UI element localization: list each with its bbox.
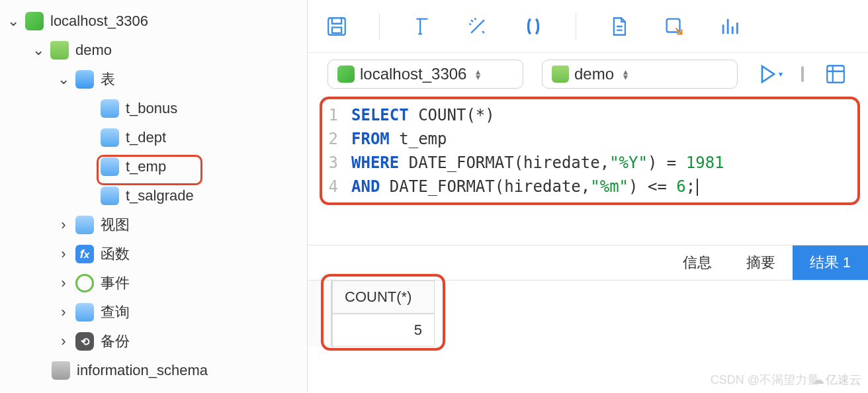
database-icon — [52, 361, 70, 380]
code-line: 4 AND DATE_FORMAT(hiredate,"%m") <= 6; — [322, 175, 851, 198]
line-number: 2 — [322, 130, 351, 148]
separator — [576, 13, 576, 40]
tree-events[interactable]: › 事件 — [0, 269, 307, 298]
tree-database[interactable]: ⌄ demo — [0, 36, 307, 65]
tree-table-item[interactable]: t_bonus — [0, 94, 307, 123]
watermark-ysy: ☁亿速云 — [812, 372, 861, 388]
tree-table-item[interactable]: t_dept — [0, 123, 307, 152]
run-button[interactable]: ▾ — [756, 61, 783, 87]
code-line: 2 FROM t_emp — [322, 127, 851, 151]
chevron-right-icon[interactable]: › — [57, 275, 70, 292]
table-label: t_dept — [126, 129, 166, 146]
watermark-csdn: CSDN @不渴望力量 — [711, 372, 819, 388]
code-line: 1 SELECT COUNT(*) — [322, 103, 851, 127]
selector-bar: localhost_3306 ▴▾ demo ▴▾ ▾ — [308, 53, 868, 95]
table-label: t_emp — [126, 158, 166, 175]
database-icon — [552, 66, 569, 83]
tree-functions[interactable]: › fx 函数 — [0, 240, 307, 269]
tab-result[interactable]: 结果 1 — [793, 245, 868, 280]
parrot-icon — [25, 12, 44, 30]
query-icon — [75, 303, 94, 322]
result-cell[interactable]: 5 — [331, 314, 435, 347]
explain-icon[interactable] — [822, 61, 849, 87]
chevron-right-icon[interactable]: › — [57, 216, 70, 234]
database-icon — [50, 41, 69, 60]
queries-label: 查询 — [101, 302, 130, 322]
tree-sysdb[interactable]: information_schema — [0, 356, 307, 385]
column-header[interactable]: COUNT(*) — [331, 281, 435, 314]
parens-icon[interactable] — [520, 13, 546, 40]
updown-icon: ▴▾ — [476, 69, 480, 79]
table-icon — [101, 99, 119, 118]
clock-icon — [75, 274, 94, 292]
export-icon[interactable] — [661, 13, 687, 40]
tree-queries[interactable]: › 查询 — [0, 298, 307, 327]
separator — [379, 13, 380, 40]
grid-gutter — [308, 281, 331, 347]
database-selector[interactable]: demo ▴▾ — [542, 60, 738, 89]
backup-label: 备份 — [101, 331, 130, 351]
database-value: demo — [574, 65, 614, 83]
view-icon — [75, 216, 94, 234]
stop-icon — [801, 66, 804, 82]
updown-icon: ▴▾ — [623, 69, 628, 79]
table-icon — [101, 157, 119, 176]
parrot-icon — [337, 66, 355, 83]
sysdb-label: information_schema — [77, 362, 208, 379]
tree-connection[interactable]: ⌄ localhost_3306 — [0, 7, 307, 36]
tables-label: 表 — [101, 69, 115, 89]
chevron-down-icon[interactable]: ⌄ — [32, 42, 45, 59]
connection-label: localhost_3306 — [50, 13, 148, 30]
connection-selector[interactable]: localhost_3306 ▴▾ — [327, 60, 523, 89]
main-panel: localhost_3306 ▴▾ demo ▴▾ ▾ 1 SELECT COU… — [308, 0, 868, 393]
tab-summary[interactable]: 摘要 — [729, 245, 793, 280]
tree-table-item[interactable]: t_salgrade — [0, 181, 307, 210]
tree-tables-folder[interactable]: ⌄ 表 — [0, 65, 307, 94]
line-number: 4 — [322, 177, 351, 196]
stop-button[interactable] — [801, 67, 804, 81]
tree-backup[interactable]: › ⟲ 备份 — [0, 327, 307, 356]
backup-icon: ⟲ — [75, 332, 94, 351]
save-icon[interactable] — [324, 13, 350, 40]
code-line: 3 WHERE DATE_FORMAT(hiredate,"%Y") = 198… — [322, 151, 851, 175]
line-number: 3 — [322, 153, 351, 172]
doc-icon[interactable] — [605, 13, 632, 40]
chevron-right-icon[interactable]: › — [57, 333, 70, 350]
database-label: demo — [75, 42, 112, 59]
tree-table-item[interactable]: t_emp — [0, 152, 307, 181]
svg-rect-3 — [827, 66, 844, 83]
sql-editor[interactable]: 1 SELECT COUNT(*) 2 FROM t_emp 3 WHERE D… — [308, 95, 868, 221]
result-tabs: 信息 摘要 结果 1 — [308, 245, 868, 281]
caret — [697, 179, 698, 196]
chevron-right-icon[interactable]: › — [57, 245, 70, 263]
connection-value: localhost_3306 — [360, 65, 466, 83]
chart-icon[interactable] — [716, 13, 743, 40]
events-label: 事件 — [101, 273, 130, 293]
line-number: 1 — [322, 106, 351, 124]
toolbar — [308, 0, 868, 53]
table-icon — [101, 128, 119, 147]
chevron-down-icon[interactable]: ⌄ — [57, 71, 70, 88]
table-label: t_bonus — [126, 100, 177, 117]
chevron-right-icon[interactable]: › — [57, 304, 70, 321]
functions-label: 函数 — [101, 244, 130, 264]
magic-icon[interactable] — [464, 13, 491, 40]
folder-icon — [75, 70, 94, 89]
fx-icon: fx — [75, 245, 94, 263]
table-icon — [101, 187, 119, 205]
table-label: t_salgrade — [126, 187, 194, 204]
svg-rect-1 — [332, 27, 341, 33]
views-label: 视图 — [101, 215, 130, 235]
tab-info[interactable]: 信息 — [666, 245, 729, 280]
sidebar: ⌄ localhost_3306 ⌄ demo ⌄ 表 t_bonus — [0, 0, 308, 393]
chevron-down-icon[interactable]: ⌄ — [7, 13, 20, 30]
tree-views[interactable]: › 视图 — [0, 210, 307, 240]
format-icon[interactable] — [409, 13, 435, 40]
